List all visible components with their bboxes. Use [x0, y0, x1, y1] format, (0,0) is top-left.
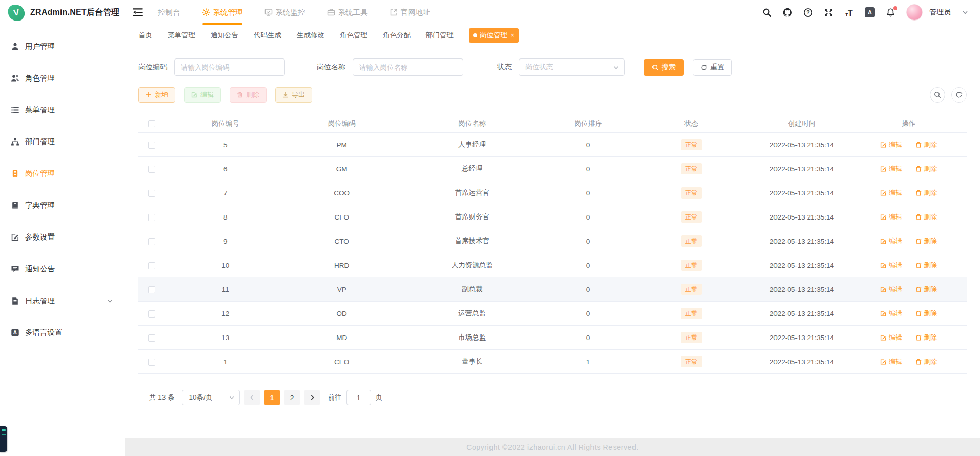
delete-link[interactable]: 删除 [915, 140, 937, 149]
col-created-time: 创建时间 [753, 119, 851, 128]
sidebar-item-logs[interactable]: 日志管理 [0, 285, 125, 316]
sidebar-item-parameters[interactable]: 参数设置 [0, 221, 125, 253]
fullscreen-icon[interactable] [824, 8, 833, 17]
delete-link[interactable]: 删除 [915, 333, 937, 342]
tab-notices[interactable]: 通知公告 [211, 31, 238, 40]
bell-icon[interactable] [886, 8, 895, 17]
search-icon[interactable] [762, 8, 772, 17]
topnav-system-monitor[interactable]: 系统监控 [262, 0, 308, 25]
status-select[interactable]: 岗位状态 [519, 58, 625, 76]
edit-link[interactable]: 编辑 [880, 140, 902, 149]
edit-link[interactable]: 编辑 [880, 188, 902, 197]
search-button[interactable]: 搜索 [644, 59, 684, 76]
tab-role-assign[interactable]: 角色分配 [383, 31, 411, 40]
tab-home[interactable]: 首页 [138, 31, 152, 40]
github-icon[interactable] [783, 8, 792, 17]
refresh-icon [955, 91, 963, 98]
tab-departments[interactable]: 部门管理 [426, 31, 454, 40]
chevron-down-icon[interactable] [962, 9, 969, 16]
row-checkbox[interactable] [148, 334, 155, 342]
export-button[interactable]: 导出 [275, 87, 312, 103]
row-checkbox[interactable] [148, 359, 155, 366]
table-search-toggle-button[interactable] [930, 87, 945, 103]
post-code-input[interactable] [174, 58, 285, 76]
user-name[interactable]: 管理员 [929, 8, 951, 17]
edit-link[interactable]: 编辑 [880, 333, 902, 342]
goto-page-input[interactable] [346, 390, 371, 405]
edit-link[interactable]: 编辑 [880, 285, 902, 294]
status-badge: 正常 [681, 139, 702, 150]
edit-link[interactable]: 编辑 [880, 212, 902, 222]
edit-icon [880, 190, 887, 196]
avatar[interactable] [906, 4, 923, 21]
edit-button-disabled[interactable]: 编辑 [184, 87, 221, 103]
close-icon[interactable]: × [511, 32, 514, 39]
row-checkbox[interactable] [148, 262, 155, 269]
select-all-checkbox[interactable] [148, 120, 155, 127]
delete-link[interactable]: 删除 [915, 212, 937, 222]
edit-link[interactable]: 编辑 [880, 261, 902, 270]
tab-code-gen[interactable]: 代码生成 [254, 31, 281, 40]
prev-page-button[interactable] [244, 390, 260, 405]
delete-link[interactable]: 删除 [915, 236, 937, 246]
row-checkbox[interactable] [148, 310, 155, 318]
status-badge: 正常 [681, 284, 702, 295]
sidebar-item-posts[interactable]: 岗位管理 [0, 157, 125, 189]
delete-button-disabled[interactable]: 删除 [230, 87, 267, 103]
page-button-1[interactable]: 1 [264, 390, 280, 405]
collapse-sidebar-icon[interactable] [132, 7, 144, 18]
topnav-official-site[interactable]: 官网地址 [387, 0, 433, 25]
table-refresh-button[interactable] [951, 87, 967, 103]
add-button[interactable]: 新增 [138, 87, 175, 103]
floating-dock-widget[interactable] [0, 426, 7, 452]
edit-link[interactable]: 编辑 [880, 357, 902, 366]
sidebar-item-menus[interactable]: 菜单管理 [0, 94, 125, 126]
sidebar-item-languages[interactable]: A 多语言设置 [0, 316, 125, 348]
next-page-button[interactable] [304, 390, 320, 405]
edit-link[interactable]: 编辑 [880, 309, 902, 318]
row-checkbox[interactable] [148, 142, 155, 149]
reset-button[interactable]: 重置 [693, 59, 732, 76]
page-size-select[interactable]: 10条/页 [182, 390, 240, 405]
col-post-sort: 岗位排序 [547, 119, 630, 128]
row-checkbox[interactable] [148, 190, 155, 197]
tab-roles[interactable]: 角色管理 [340, 31, 368, 40]
tab-gen-edit[interactable]: 生成修改 [297, 31, 324, 40]
edit-link[interactable]: 编辑 [880, 164, 902, 173]
font-size-icon[interactable]: тT [844, 8, 854, 17]
trash-icon [915, 359, 922, 365]
search-icon [652, 64, 659, 71]
delete-link[interactable]: 删除 [915, 357, 937, 366]
col-post-name: 岗位名称 [398, 119, 547, 128]
edit-link[interactable]: 编辑 [880, 236, 902, 246]
edit-icon [880, 214, 887, 221]
sidebar-item-departments[interactable]: 部门管理 [0, 126, 125, 157]
help-icon[interactable]: ? [803, 8, 813, 17]
delete-link[interactable]: 删除 [915, 261, 937, 270]
delete-link[interactable]: 删除 [915, 309, 937, 318]
sidebar-item-users[interactable]: 用户管理 [0, 30, 125, 62]
topnav-console[interactable]: 控制台 [156, 0, 182, 25]
sidebar-item-dictionary[interactable]: 字典管理 [0, 189, 125, 221]
delete-link[interactable]: 删除 [915, 285, 937, 294]
row-checkbox[interactable] [148, 286, 155, 293]
page-button-2[interactable]: 2 [284, 390, 300, 405]
row-checkbox[interactable] [148, 214, 155, 221]
language-icon[interactable]: A [865, 7, 875, 17]
topnav-system-management[interactable]: 系统管理 [200, 0, 245, 25]
sidebar-item-roles[interactable]: 角色管理 [0, 62, 125, 94]
row-checkbox[interactable] [148, 166, 155, 173]
sidebar-item-label: 参数设置 [25, 232, 55, 242]
row-checkbox[interactable] [148, 238, 155, 245]
tab-menus[interactable]: 菜单管理 [168, 31, 195, 40]
post-name-input[interactable] [353, 58, 463, 76]
topnav-system-tools[interactable]: 系统工具 [325, 0, 370, 25]
tab-posts-active[interactable]: 岗位管理 × [469, 28, 519, 43]
table-row: 12 OD 运营总监 0 正常 2022-05-13 21:35:14 编辑 删… [138, 302, 967, 326]
menu-list-icon [11, 106, 19, 114]
sidebar-item-notices[interactable]: 通知公告 [0, 253, 125, 285]
delete-link[interactable]: 删除 [915, 188, 937, 197]
chevron-right-icon [309, 394, 315, 401]
delete-link[interactable]: 删除 [915, 164, 937, 173]
logo[interactable]: V ZRAdmin.NET后台管理 [0, 0, 125, 25]
